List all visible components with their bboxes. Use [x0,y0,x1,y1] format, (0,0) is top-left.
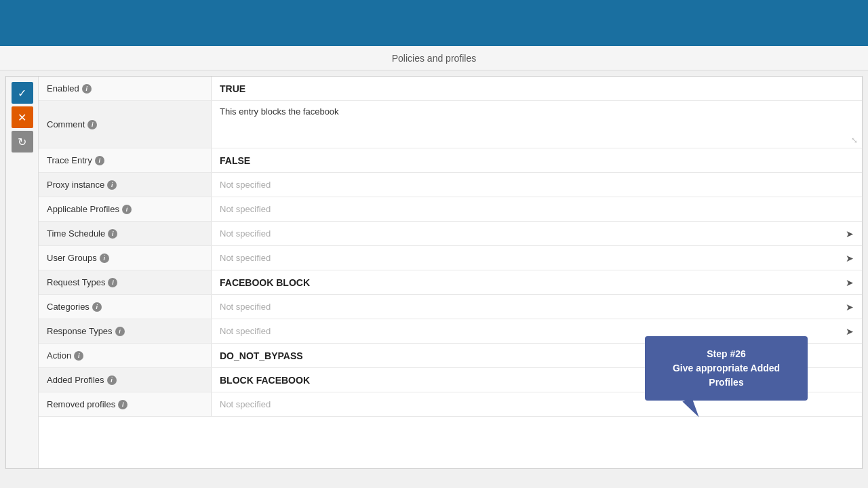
reset-button[interactable]: ↻ [12,131,33,152]
field-value: FALSE [212,148,862,172]
info-icon[interactable]: i [92,302,102,312]
field-label: Proxy instancei [39,173,212,197]
info-icon[interactable]: i [108,229,117,239]
field-label: Trace Entryi [39,148,212,172]
info-icon[interactable]: i [74,351,83,361]
sub-header: Policies and profiles [0,46,868,70]
info-icon[interactable]: i [82,84,92,94]
field-label: Categoriesi [39,295,212,319]
callout-line2: Give appropriate Added Profiles [673,363,780,388]
navigate-arrow-icon[interactable]: ➤ [846,302,854,312]
form-row: Request TypesiFACEBOOK BLOCK➤ [39,270,862,295]
cancel-button[interactable]: ✕ [12,106,33,128]
field-value: Not specified➤ [212,295,862,319]
field-value: FACEBOOK BLOCK➤ [212,270,862,294]
field-value: This entry blocks the facebook⤡ [212,101,862,148]
field-label: Time Schedulei [39,222,212,245]
info-icon[interactable]: i [107,375,117,385]
field-label: Added Profilesi [39,368,212,392]
field-label: Removed profilesi [39,392,212,416]
field-value: Not specified➤ [212,222,862,245]
form-row: Applicable ProfilesiNot specified [39,197,862,222]
field-label: Actioni [39,344,212,367]
field-value: Not specified [212,173,862,197]
navigate-arrow-icon[interactable]: ➤ [846,228,854,239]
info-icon[interactable]: i [95,156,104,165]
form-row: CommentiThis entry blocks the facebook⤡ [39,101,862,148]
info-icon[interactable]: i [122,205,132,214]
navigate-arrow-icon[interactable]: ➤ [846,253,854,264]
info-icon[interactable]: i [100,253,109,263]
main-content: ✓ ✕ ↻ EnablediTRUECommentiThis entry blo… [5,76,863,469]
page-title: Policies and profiles [392,53,477,64]
navigate-arrow-icon[interactable]: ➤ [846,277,854,288]
field-label: Request Typesi [39,270,212,294]
info-icon[interactable]: i [87,120,97,129]
field-label: Commenti [39,101,212,148]
field-value: Not specified [212,197,862,221]
field-label: User Groupsi [39,246,212,270]
callout-line1: Step #26 [707,348,746,359]
info-icon[interactable]: i [115,327,125,336]
form-row: Time ScheduleiNot specified➤ [39,222,862,246]
form-row: Trace EntryiFALSE [39,148,862,173]
resize-handle-icon: ⤡ [851,136,858,145]
info-icon[interactable]: i [108,278,117,287]
field-label: Response Typesi [39,319,212,343]
field-value: TRUE [212,77,862,100]
field-label: Enabledi [39,77,212,100]
info-icon[interactable]: i [107,180,117,190]
form-row: EnablediTRUE [39,77,862,101]
form-row: Proxy instanceiNot specified [39,173,862,197]
callout-box: Step #26 Give appropriate Added Profiles [645,336,808,401]
check-button[interactable]: ✓ [12,82,33,104]
form-row: User GroupsiNot specified➤ [39,246,862,270]
navigate-arrow-icon[interactable]: ➤ [846,326,854,337]
info-icon[interactable]: i [118,400,127,409]
top-bar [0,0,868,46]
field-label: Applicable Profilesi [39,197,212,221]
sidebar: ✓ ✕ ↻ [6,77,39,468]
field-value: Not specified➤ [212,246,862,270]
form-row: CategoriesiNot specified➤ [39,295,862,319]
